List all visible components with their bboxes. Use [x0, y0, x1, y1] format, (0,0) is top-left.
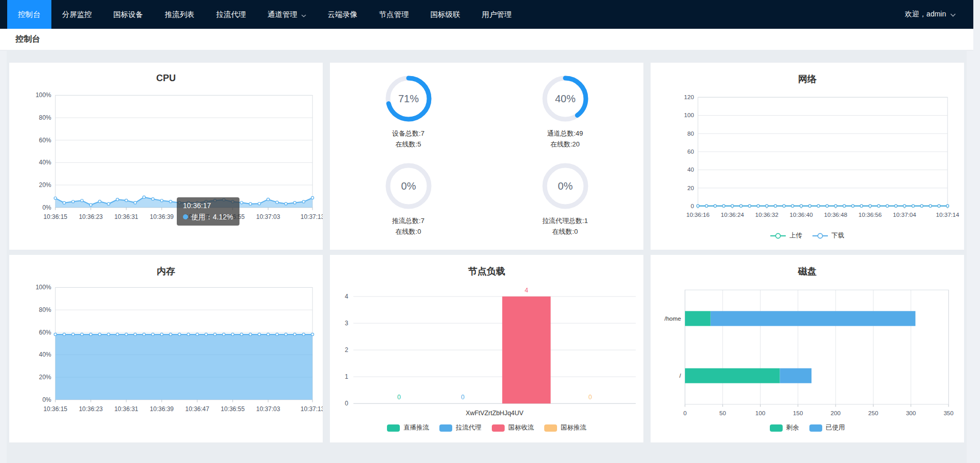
network-chart[interactable]: 02040608010012010:36:1610:36:2410:36:321… [653, 88, 961, 237]
nav-tab-2[interactable]: 国标设备 [103, 0, 154, 29]
cpu-chart-title: CPU [9, 63, 323, 87]
nav-tab-0[interactable]: 控制台 [7, 0, 51, 29]
gauge-ring: 0% [540, 161, 590, 211]
legend-item-剩余[interactable]: 剩余 [770, 423, 799, 432]
nav-tab-5[interactable]: 通道管理 [257, 0, 317, 29]
disk-chart[interactable]: 050100150200250300350/home/ [653, 281, 961, 430]
gauge-ring: 40% [540, 73, 590, 124]
svg-text:/home: /home [664, 315, 681, 322]
nav-tab-label: 节点管理 [379, 0, 409, 29]
nav-tab-label: 分屏监控 [62, 0, 92, 29]
gauge-labels: 拉流代理总数:1在线数:0 [542, 216, 588, 236]
legend-swatch-icon [492, 424, 505, 432]
panel-cpu: CPU 0%20%40%60%80%100%10:36:1510:36:2310… [9, 63, 323, 250]
nav-tab-label: 国标设备 [114, 0, 143, 29]
gauge-line1: 推流总数:7 [392, 216, 424, 226]
gauge-line2: 在线数:20 [547, 139, 583, 150]
panel-network: 网络 02040608010012010:36:1610:36:2410:36:… [651, 63, 964, 250]
gauge-percent: 71% [398, 93, 418, 104]
svg-text:60: 60 [687, 148, 694, 155]
legend-label: 国标推流 [561, 423, 586, 432]
panel-node-load: 节点负载 012340040XwFtVZrtZbHJq4UV 直播推流拉流代理国… [330, 255, 643, 442]
svg-text:10:36:39: 10:36:39 [150, 213, 174, 220]
svg-text:10:36:39: 10:36:39 [150, 405, 174, 413]
svg-text:3: 3 [345, 320, 348, 327]
legend-item-国标收流[interactable]: 国标收流 [492, 423, 534, 432]
svg-text:10:36:15: 10:36:15 [43, 213, 67, 220]
legend-line-icon [770, 233, 786, 239]
gauge-grid: 71%设备总数:7在线数:540%通道总数:49在线数:200%推流总数:7在线… [330, 68, 643, 243]
svg-text:XwFtVZrtZbHJq4UV: XwFtVZrtZbHJq4UV [466, 410, 524, 417]
memory-chart[interactable]: 0%20%40%60%80%100%10:36:1510:36:2310:36:… [9, 281, 323, 430]
legend-label: 已使用 [826, 423, 845, 432]
svg-text:20%: 20% [39, 374, 51, 381]
svg-text:1: 1 [345, 373, 348, 380]
panel-grid: CPU 0%20%40%60%80%100%10:36:1510:36:2310… [7, 50, 967, 442]
chevron-down-icon [950, 10, 956, 18]
dashboard-page: 控制台分屏监控国标设备推流列表拉流代理通道管理云端录像节点管理国标级联用户管理 … [0, 0, 973, 463]
gauge-line2: 在线数:5 [392, 139, 424, 150]
node-load-chart[interactable]: 012340040XwFtVZrtZbHJq4UV [330, 281, 643, 430]
svg-text:10:36:55: 10:36:55 [221, 405, 245, 413]
cpu-chart[interactable]: 0%20%40%60%80%100%10:36:1510:36:2310:36:… [9, 88, 323, 237]
gauge-0: 71%设备总数:7在线数:5 [383, 73, 434, 149]
nav-tab-label: 控制台 [18, 0, 41, 29]
nav-tab-3[interactable]: 推流列表 [154, 0, 206, 29]
legend-label: 国标收流 [508, 423, 534, 432]
nav-tab-6[interactable]: 云端录像 [317, 0, 368, 29]
legend-label: 拉流代理 [456, 423, 482, 432]
nav-tab-9[interactable]: 用户管理 [471, 0, 523, 29]
gauge-percent: 0% [401, 180, 416, 192]
network-legend: 上传下载 [651, 231, 964, 240]
legend-label: 直播推流 [403, 423, 429, 432]
svg-text:10:36:16: 10:36:16 [686, 211, 709, 218]
svg-text:10:36:23: 10:36:23 [79, 405, 103, 413]
svg-text:0%: 0% [42, 396, 51, 403]
svg-text:0: 0 [691, 202, 694, 209]
svg-text:10:36:55: 10:36:55 [221, 213, 245, 220]
legend-line-icon [812, 233, 828, 239]
gauge-line2: 在线数:0 [542, 227, 588, 237]
legend-swatch-icon [770, 424, 783, 432]
nav-tab-1[interactable]: 分屏监控 [51, 0, 103, 29]
legend-item-已使用[interactable]: 已使用 [809, 423, 845, 432]
svg-text:100: 100 [684, 112, 694, 118]
user-menu[interactable]: 欢迎，admin [905, 0, 973, 29]
svg-text:10:36:31: 10:36:31 [114, 213, 138, 220]
panel-gauges: 71%设备总数:7在线数:540%通道总数:49在线数:200%推流总数:7在线… [330, 63, 643, 250]
svg-text:50: 50 [719, 410, 726, 416]
legend-item-国标推流[interactable]: 国标推流 [544, 423, 586, 432]
content-area: CPU 0%20%40%60%80%100%10:36:1510:36:2310… [7, 50, 967, 463]
chevron-down-icon [301, 1, 306, 29]
svg-text:10:36:15: 10:36:15 [43, 405, 67, 413]
svg-text:150: 150 [793, 410, 803, 416]
legend-item-下载[interactable]: 下载 [812, 231, 844, 240]
nav-tabs: 控制台分屏监控国标设备推流列表拉流代理通道管理云端录像节点管理国标级联用户管理 [7, 0, 523, 29]
nav-tab-8[interactable]: 国标级联 [420, 0, 471, 29]
gauge-3: 0%拉流代理总数:1在线数:0 [540, 161, 590, 236]
legend-label: 上传 [789, 231, 802, 240]
svg-text:100%: 100% [35, 91, 51, 99]
legend-item-拉流代理[interactable]: 拉流代理 [439, 423, 482, 432]
svg-text:10:37:03: 10:37:03 [256, 213, 281, 220]
panel-memory: 内存 0%20%40%60%80%100%10:36:1510:36:2310:… [9, 255, 323, 442]
panel-disk: 磁盘 050100150200250300350/home/ 剩余已使用 [651, 255, 964, 442]
legend-item-上传[interactable]: 上传 [770, 231, 802, 240]
svg-text:10:36:23: 10:36:23 [79, 213, 103, 220]
gauge-line2: 在线数:0 [392, 227, 424, 237]
svg-text:350: 350 [944, 410, 953, 416]
welcome-text: 欢迎，admin [905, 10, 946, 19]
svg-text:60%: 60% [39, 329, 51, 336]
scrollbar-track[interactable] [973, 0, 980, 463]
memory-chart-title: 内存 [9, 255, 323, 280]
svg-text:100: 100 [755, 410, 765, 416]
svg-text:120: 120 [684, 94, 694, 100]
legend-swatch-icon [387, 424, 400, 432]
legend-item-直播推流[interactable]: 直播推流 [387, 423, 429, 432]
breadcrumb: 控制台 [15, 34, 40, 45]
svg-text:10:36:56: 10:36:56 [859, 211, 882, 218]
nav-tab-4[interactable]: 拉流代理 [206, 0, 257, 29]
gauge-labels: 推流总数:7在线数:0 [392, 216, 424, 236]
svg-text:10:36:47: 10:36:47 [186, 405, 210, 413]
nav-tab-7[interactable]: 节点管理 [368, 0, 420, 29]
